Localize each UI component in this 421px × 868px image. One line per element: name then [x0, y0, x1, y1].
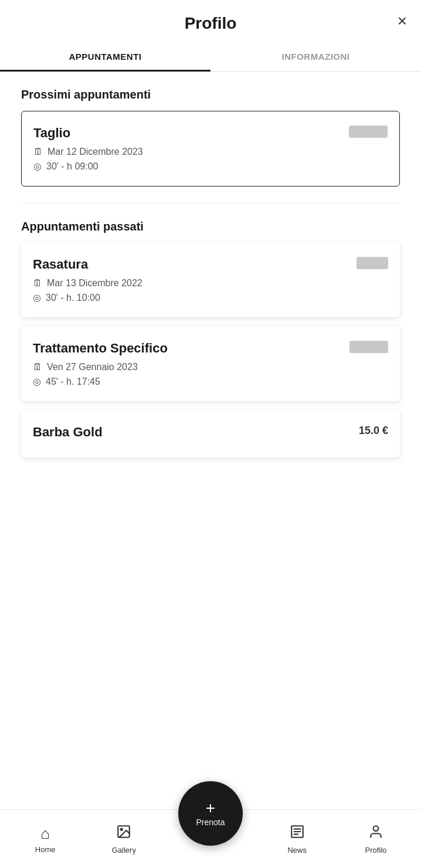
price-value-3: 15.0 €	[359, 425, 388, 436]
time-row: ◎ 30' - h 09:00	[33, 161, 388, 172]
past-section: Appuntamenti passati Rasatura 8.0 € 🗓 Ma…	[21, 220, 400, 457]
price-blurred-1: 8.0 €	[357, 257, 388, 269]
nav-gallery-label: Gallery	[112, 846, 136, 855]
past-appointment-price-2: 30.0 €	[349, 341, 388, 353]
fab-label: Prenota	[196, 818, 225, 827]
past-appointment-info-1: 🗓 Mar 13 Dicembre 2022 ◎ 30' - h. 10:00	[33, 278, 388, 303]
fab-prenota[interactable]: + Prenota	[178, 781, 243, 846]
past-appointment-card-2[interactable]: Trattamento Specifico 30.0 € 🗓 Ven 27 Ge…	[21, 327, 400, 401]
past-time-row-1: ◎ 30' - h. 10:00	[33, 292, 388, 303]
svg-point-6	[374, 826, 379, 831]
page-title: Profilo	[185, 14, 237, 33]
news-icon	[290, 824, 305, 843]
price-blurred-2: 30.0 €	[349, 341, 388, 353]
past-appointment-info-2: 🗓 Ven 27 Gennaio 2023 ◎ 45' - h. 17:45	[33, 362, 388, 387]
profilo-icon	[368, 824, 383, 843]
gallery-icon	[116, 824, 131, 843]
upcoming-section: Prossimi appuntamenti Taglio 15.0 € 🗓 Ma…	[21, 88, 400, 187]
past-appointment-card-1[interactable]: Rasatura 8.0 € 🗓 Mar 13 Dicembre 2022 ◎ …	[21, 243, 400, 317]
nav-profilo[interactable]: Profilo	[337, 824, 415, 855]
tab-bar: APPUNTAMENTI INFORMAZIONI	[0, 42, 421, 72]
nav-gallery[interactable]: Gallery	[84, 824, 163, 855]
page-header: Profilo ×	[0, 0, 421, 42]
clock-icon-1: ◎	[33, 292, 41, 303]
past-appointment-date-2: Ven 27 Gennaio 2023	[47, 362, 138, 372]
clock-icon: ◎	[33, 161, 42, 172]
past-appointment-name-3: Barba Gold	[33, 425, 103, 440]
tab-appuntamenti[interactable]: APPUNTAMENTI	[0, 42, 210, 71]
appointment-info: 🗓 Mar 12 Dicembre 2023 ◎ 30' - h 09:00	[33, 147, 388, 172]
nav-home[interactable]: ⌂ Home	[6, 825, 84, 854]
past-time-row-2: ◎ 45' - h. 17:45	[33, 376, 388, 387]
tab-informazioni[interactable]: INFORMAZIONI	[210, 42, 421, 71]
appointment-date: Mar 12 Dicembre 2023	[47, 147, 143, 157]
svg-point-1	[121, 828, 123, 830]
nav-news[interactable]: News	[258, 824, 337, 855]
upcoming-appointment-card[interactable]: Taglio 15.0 € 🗓 Mar 12 Dicembre 2023 ◎ 3…	[21, 111, 400, 187]
calendar-icon: 🗓	[33, 147, 43, 157]
card-header-3: Barba Gold 15.0 €	[33, 425, 388, 440]
upcoming-title: Prossimi appuntamenti	[21, 88, 400, 101]
card-header-1: Rasatura 8.0 €	[33, 257, 388, 272]
appointment-name: Taglio	[33, 126, 70, 141]
section-divider	[21, 203, 400, 204]
calendar-icon-2: 🗓	[33, 362, 42, 372]
past-appointment-duration-1: 30' - h. 10:00	[46, 293, 100, 303]
date-row: 🗓 Mar 12 Dicembre 2023	[33, 147, 388, 157]
past-appointment-price-3: 15.0 €	[359, 425, 388, 437]
content-area: Prossimi appuntamenti Taglio 15.0 € 🗓 Ma…	[0, 72, 421, 551]
fab-plus-icon: +	[206, 800, 215, 816]
close-button[interactable]: ×	[398, 13, 407, 29]
past-appointment-price-1: 8.0 €	[357, 257, 388, 269]
appointment-price: 15.0 €	[349, 126, 388, 138]
past-appointment-card-3-partial[interactable]: Barba Gold 15.0 €	[21, 411, 400, 457]
card-header: Taglio 15.0 €	[33, 126, 388, 141]
calendar-icon-1: 🗓	[33, 278, 42, 289]
past-appointment-duration-2: 45' - h. 17:45	[46, 377, 100, 387]
past-date-row-1: 🗓 Mar 13 Dicembre 2022	[33, 278, 388, 289]
nav-home-label: Home	[35, 845, 56, 854]
home-icon: ⌂	[40, 825, 50, 843]
past-title: Appuntamenti passati	[21, 220, 400, 233]
clock-icon-2: ◎	[33, 376, 41, 387]
past-appointment-name-1: Rasatura	[33, 257, 88, 272]
appointment-duration-time: 30' - h 09:00	[46, 161, 98, 172]
past-date-row-2: 🗓 Ven 27 Gennaio 2023	[33, 362, 388, 372]
price-blurred-value: 15.0 €	[349, 126, 388, 138]
past-appointment-name-2: Trattamento Specifico	[33, 341, 168, 356]
nav-profilo-label: Profilo	[365, 846, 386, 855]
past-appointment-date-1: Mar 13 Dicembre 2022	[47, 278, 142, 289]
card-header-2: Trattamento Specifico 30.0 €	[33, 341, 388, 356]
nav-news-label: News	[287, 846, 307, 855]
